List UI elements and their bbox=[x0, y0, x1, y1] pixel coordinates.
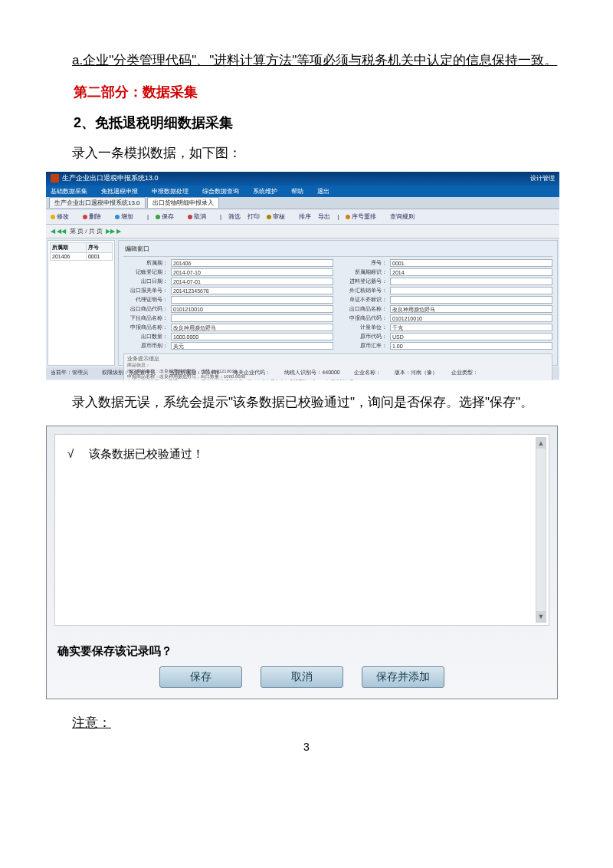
field-input[interactable]: 2014-07-10 bbox=[171, 268, 333, 276]
list-header: 序号 bbox=[86, 242, 112, 252]
field-input[interactable]: 0001 bbox=[390, 259, 552, 267]
field-label: 单证不齐标识： bbox=[343, 296, 390, 304]
panel-title: 编辑窗口 bbox=[123, 243, 552, 257]
edit-panel: 编辑窗口 所属期：201406序号：0001记账登记期：2014-07-10所属… bbox=[118, 240, 558, 366]
form-field: 出口商品名称：改良种用濒危野马 bbox=[343, 305, 552, 313]
list-cell[interactable]: 0001 bbox=[86, 252, 112, 260]
app-menubar: 基础数据采集 免抵退税申报 申报数据处理 综合数据查询 系统维护 帮助 退出 bbox=[46, 186, 559, 197]
app-pager: ◀ ◀◀ 第 页 / 共 页 ▶▶ ▶ bbox=[46, 225, 559, 238]
form-field: 下拉商品名称： bbox=[123, 314, 333, 322]
field-label: 所属期标识： bbox=[343, 268, 390, 276]
form-field: 出口日期：2014-07-01 bbox=[123, 278, 333, 285]
field-input[interactable]: 美元 bbox=[171, 342, 333, 350]
field-input[interactable] bbox=[390, 278, 552, 285]
form-field: 出口数量：1000.0000 bbox=[123, 333, 333, 340]
menu-item[interactable]: 帮助 bbox=[291, 187, 303, 196]
field-label: 出口数量： bbox=[123, 333, 171, 340]
field-label: 出口商品名称： bbox=[343, 305, 390, 313]
field-label: 出口商品代码： bbox=[123, 305, 171, 313]
scroll-down-icon[interactable]: ▼ bbox=[536, 611, 546, 622]
dialog-message-area: √该条数据已校验通过！ ▲ ▼ bbox=[54, 434, 549, 626]
app-title: 生产企业出口退税申报系统13.0 bbox=[62, 173, 159, 183]
menu-item[interactable]: 申报数据处理 bbox=[152, 187, 188, 196]
field-label: 申报商品名称： bbox=[123, 324, 171, 331]
tool-cancel[interactable]: 取消 bbox=[188, 212, 213, 221]
menu-item[interactable]: 系统维护 bbox=[253, 187, 277, 196]
field-label: 原币汇率： bbox=[343, 342, 390, 350]
form-field: 原币币别：美元 bbox=[123, 342, 333, 350]
form-field: 原币代码：USD bbox=[343, 333, 552, 340]
form-field: 单证不齐标识： bbox=[343, 296, 552, 304]
field-input[interactable]: 201406 bbox=[171, 259, 333, 267]
form-field: 出口报关单号：201412345678 bbox=[123, 287, 333, 294]
menu-item[interactable]: 退出 bbox=[317, 187, 329, 196]
field-input[interactable]: 1.00 bbox=[390, 342, 552, 350]
tool-query[interactable]: 查询规则 bbox=[390, 212, 415, 221]
form-field: 原币汇率：1.00 bbox=[343, 342, 552, 350]
tool-export[interactable]: 导出 bbox=[318, 212, 330, 221]
field-input[interactable]: 1000.0000 bbox=[171, 333, 333, 340]
form-field: 出口商品代码：0101210010 bbox=[123, 305, 333, 313]
field-input[interactable] bbox=[390, 287, 552, 294]
dialog-message: 该条数据已校验通过！ bbox=[89, 447, 204, 460]
form-field: 计量单位：千克 bbox=[343, 324, 552, 331]
intro-paragraph: a.企业"分类管理代码"、"进料计算方法"等项必须与税务机关中认定的信息保持一致… bbox=[46, 46, 567, 74]
form-field: 代理证明号： bbox=[123, 296, 333, 304]
save-button[interactable]: 保存 bbox=[159, 666, 242, 688]
app-tabbar: 生产企业出口退税申报系统13.0 出口货物明细申报录入 bbox=[46, 197, 559, 209]
field-input[interactable]: 0101210010 bbox=[171, 305, 333, 313]
form-field: 申报商品名称：改良种用濒危野马 bbox=[123, 324, 333, 331]
field-label: 记账登记期： bbox=[123, 268, 171, 276]
form-field: 申报商品代码：0101210010 bbox=[343, 314, 552, 322]
app-window: 生产企业出口退税申报系统13.0 设计管理 基础数据采集 免抵退税申报 申报数据… bbox=[46, 172, 559, 380]
page-number: 3 bbox=[46, 741, 567, 753]
attention-label: 注意： bbox=[46, 710, 567, 736]
field-input[interactable] bbox=[171, 296, 333, 304]
save-add-button[interactable]: 保存并添加 bbox=[362, 666, 444, 688]
menu-item[interactable]: 综合数据查询 bbox=[202, 187, 239, 196]
cancel-button[interactable]: 取消 bbox=[261, 666, 343, 688]
form-field: 记账登记期：2014-07-10 bbox=[123, 268, 333, 276]
instruction-1: 录入一条模拟数据，如下图： bbox=[46, 139, 567, 167]
list-cell[interactable]: 201406 bbox=[51, 252, 87, 260]
tab-entry[interactable]: 出口货物明细申报录入 bbox=[147, 197, 219, 208]
field-input[interactable]: 201412345678 bbox=[171, 287, 333, 294]
field-label: 原币币别： bbox=[123, 342, 171, 350]
field-input[interactable]: USD bbox=[390, 333, 552, 340]
menu-item[interactable]: 免抵退税申报 bbox=[101, 187, 138, 196]
field-label: 计量单位： bbox=[343, 324, 390, 331]
field-label: 代理证明号： bbox=[123, 296, 171, 304]
form-field: 所属期：201406 bbox=[123, 259, 333, 267]
instruction-2: 录入数据无误，系统会提示"该条数据已校验通过"，询问是否保存。选择"保存"。 bbox=[46, 388, 567, 416]
field-label: 申报商品代码： bbox=[343, 314, 390, 322]
tool-audit[interactable]: 审核 bbox=[267, 212, 292, 221]
field-label: 出口日期： bbox=[123, 278, 171, 285]
field-input[interactable] bbox=[390, 296, 552, 304]
tool-edit[interactable]: 修改 bbox=[51, 212, 76, 221]
field-input[interactable]: 2014-07-01 bbox=[171, 278, 333, 285]
tool-renumber[interactable]: 序号重排 bbox=[346, 212, 383, 221]
field-input[interactable]: 0101210010 bbox=[390, 314, 552, 322]
tool-print[interactable]: 打印 bbox=[247, 212, 260, 221]
tool-sort[interactable]: 排序 bbox=[299, 212, 311, 221]
dialog-question: 确实要保存该记录吗？ bbox=[57, 644, 546, 659]
confirm-dialog: √该条数据已校验通过！ ▲ ▼ 确实要保存该记录吗？ 保存 取消 保存并添加 bbox=[46, 426, 558, 699]
field-input[interactable] bbox=[171, 314, 333, 322]
field-input[interactable]: 改良种用濒危野马 bbox=[390, 305, 552, 313]
field-input[interactable]: 千克 bbox=[390, 324, 552, 331]
field-input[interactable]: 2014 bbox=[390, 268, 552, 276]
app-toolbar: 修改 删除 增加 | 保存 取消 | 筛选 打印 审核 排序 导出 | 序号重排… bbox=[46, 209, 559, 225]
tool-delete[interactable]: 删除 bbox=[83, 212, 108, 221]
form-field: 进料登记册号： bbox=[343, 278, 552, 285]
tool-filter[interactable]: 筛选 bbox=[228, 212, 241, 221]
field-input[interactable]: 改良种用濒危野马 bbox=[171, 324, 333, 331]
scroll-up-icon[interactable]: ▲ bbox=[536, 438, 546, 449]
dialog-scrollbar[interactable]: ▲ ▼ bbox=[536, 437, 546, 623]
field-label: 下拉商品名称： bbox=[123, 314, 171, 322]
tab-home[interactable]: 生产企业出口退税申报系统13.0 bbox=[49, 197, 146, 208]
tool-add[interactable]: 增加 bbox=[115, 212, 140, 221]
menu-item[interactable]: 基础数据采集 bbox=[51, 187, 87, 196]
tool-save[interactable]: 保存 bbox=[156, 212, 181, 221]
form-field: 外汇核销单号： bbox=[343, 287, 552, 294]
field-label: 进料登记册号： bbox=[343, 278, 390, 285]
